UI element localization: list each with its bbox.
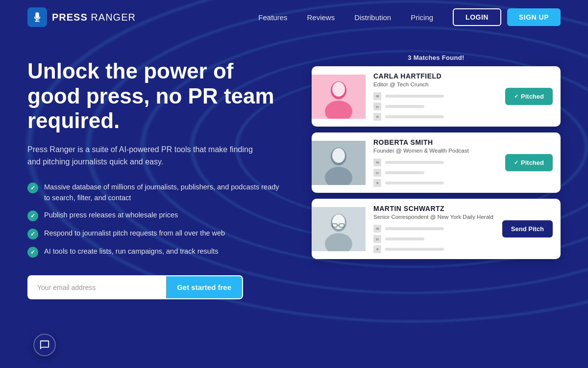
nav-features[interactable]: Features <box>258 13 287 22</box>
check-icon-0 <box>27 183 38 193</box>
journalist-info-1: ROBERTA SMITH Founder @ Women & Wealth P… <box>366 132 505 193</box>
email-input[interactable] <box>28 276 166 298</box>
contact-line-7 <box>385 237 424 240</box>
page-wrapper: PRESS RANGER Features Reviews Distributi… <box>0 0 588 368</box>
contact-row-linkedin-1: in <box>373 169 497 177</box>
feature-item-3: AI tools to create lists, run campaigns,… <box>27 246 282 258</box>
contact-line-3 <box>385 161 444 164</box>
journalist-name-2: MARTIN SCHWARTZ <box>373 205 494 212</box>
feature-item-1: Publish press releases at wholesale pric… <box>27 210 282 221</box>
hero-subtitle: Press Ranger is a suite of AI-powered PR… <box>27 143 263 168</box>
signup-button[interactable]: SIGN UP <box>507 8 561 26</box>
matches-label: 3 Matches Found! <box>312 54 561 61</box>
nav-distribution[interactable]: Distribution <box>354 13 391 22</box>
send-pitch-button[interactable]: Send Pitch <box>502 220 553 237</box>
contact-row-twitter-2: ✕ <box>373 245 494 253</box>
journalist-photo-2 <box>312 207 366 251</box>
twitter-icon-0: ✕ <box>373 113 381 121</box>
contact-line-6 <box>385 227 444 230</box>
nav-links: Features Reviews Distribution Pricing <box>258 13 433 22</box>
chat-icon <box>39 340 50 350</box>
logo-text: PRESS RANGER <box>52 12 136 23</box>
microphone-icon <box>32 12 43 23</box>
nav-actions: LOGIN SIGN UP <box>453 8 561 26</box>
pitched-button-1[interactable]: Pitched <box>505 154 553 171</box>
feature-item-0: Massive database of millions of journali… <box>27 182 282 204</box>
check-icon-2 <box>27 229 38 239</box>
email-form: Get started free <box>27 275 243 299</box>
contact-icons-1: ✉ in ✕ <box>373 158 497 187</box>
email-icon-0: ✉ <box>373 92 381 100</box>
twitter-icon-1: ✕ <box>373 179 381 187</box>
chat-bubble[interactable] <box>33 334 56 356</box>
svg-point-3 <box>332 82 345 97</box>
contact-line-2 <box>385 115 444 118</box>
twitter-icon-2: ✕ <box>373 245 381 253</box>
journalist-role-1: Founder @ Women & Wealth Podcast <box>373 148 497 154</box>
contact-row-email-0: ✉ <box>373 92 497 100</box>
logo[interactable]: PRESS RANGER <box>27 7 136 27</box>
check-icon-1 <box>27 210 38 221</box>
logo-icon-wrap <box>27 7 47 27</box>
contact-line-0 <box>385 95 444 98</box>
journalist-name-0: CARLA HARTFIELD <box>373 72 497 80</box>
contact-row-twitter-1: ✕ <box>373 179 497 187</box>
nav-reviews[interactable]: Reviews <box>307 13 335 22</box>
contact-row-email-2: ✉ <box>373 225 494 233</box>
contact-row-twitter-0: ✕ <box>373 113 497 121</box>
journalist-photo-1 <box>312 141 366 185</box>
check-icon-3 <box>27 247 38 258</box>
linkedin-icon-2: in <box>373 235 381 243</box>
contact-row-linkedin-2: in <box>373 235 494 243</box>
journalist-avatar-1 <box>312 141 366 185</box>
contact-line-1 <box>385 105 424 108</box>
contact-line-5 <box>385 182 444 184</box>
email-icon-1: ✉ <box>373 158 381 166</box>
journalist-avatar-0 <box>312 75 366 119</box>
journalist-role-0: Editor @ Tech Crunch <box>373 81 497 87</box>
hero-title: Unlock the power of good press, no PR te… <box>27 59 282 133</box>
navbar: PRESS RANGER Features Reviews Distributi… <box>0 0 588 34</box>
nav-pricing[interactable]: Pricing <box>411 13 433 22</box>
journalist-card-1: ROBERTA SMITH Founder @ Women & Wealth P… <box>312 132 561 193</box>
email-icon-2: ✉ <box>373 225 381 233</box>
contact-row-email-1: ✉ <box>373 158 497 166</box>
journalist-avatar-2 <box>312 207 366 251</box>
linkedin-icon-1: in <box>373 169 381 177</box>
get-started-button[interactable]: Get started free <box>166 276 242 298</box>
hero-left: Unlock the power of good press, no PR te… <box>27 54 282 299</box>
journalist-info-2: MARTIN SCHWARTZ Senior Correspondent @ N… <box>366 199 502 259</box>
journalist-info-0: CARLA HARTFIELD Editor @ Tech Crunch ✉ i… <box>366 66 505 127</box>
hero-section: Unlock the power of good press, no PR te… <box>0 34 588 299</box>
journalist-card-2: MARTIN SCHWARTZ Senior Correspondent @ N… <box>312 199 561 259</box>
svg-point-7 <box>332 148 345 163</box>
contact-line-8 <box>385 248 444 251</box>
journalist-role-2: Senior Correspondent @ New York Daily He… <box>373 214 494 220</box>
journalist-card-0: CARLA HARTFIELD Editor @ Tech Crunch ✉ i… <box>312 66 561 127</box>
contact-line-4 <box>385 171 424 174</box>
journalist-cards-area: 3 Matches Found! CARLA HARTFIELD Editor … <box>312 54 561 265</box>
contact-icons-0: ✉ in ✕ <box>373 92 497 121</box>
linkedin-icon-0: in <box>373 103 381 110</box>
login-button[interactable]: LOGIN <box>453 8 501 26</box>
journalist-name-1: ROBERTA SMITH <box>373 138 497 146</box>
pitched-button-0[interactable]: Pitched <box>505 88 553 105</box>
contact-icons-2: ✉ in ✕ <box>373 225 494 253</box>
journalist-photo-0 <box>312 75 366 119</box>
feature-list: Massive database of millions of journali… <box>27 182 282 258</box>
contact-row-linkedin-0: in <box>373 103 497 110</box>
feature-item-2: Respond to journalist pitch requests fro… <box>27 228 282 239</box>
